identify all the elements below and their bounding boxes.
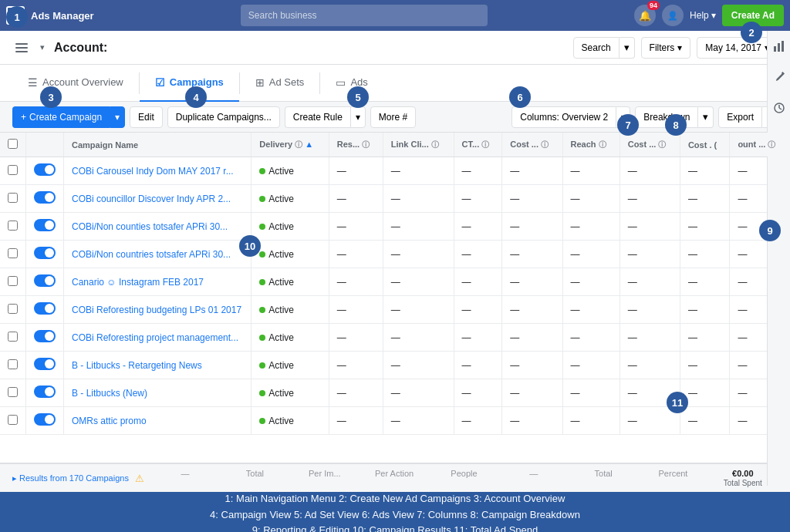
status-dot <box>259 224 265 230</box>
row-campaign-name[interactable]: COBi councillor Discover Indy APR 2... <box>64 185 252 213</box>
campaign-toggle[interactable] <box>34 191 56 204</box>
account-icon-button[interactable]: 👤 <box>662 5 684 26</box>
row-cost-per: — <box>502 352 562 379</box>
tab-ad-sets[interactable]: ⊞ Ad Sets <box>240 65 320 102</box>
table-row: B - Litbucks (New) Active — — — — — — — … <box>0 379 790 407</box>
search-input[interactable] <box>241 5 488 26</box>
row-cost-per: — <box>502 324 562 352</box>
row-cost3: — <box>680 324 729 352</box>
breakdown-dropdown-button[interactable]: ▾ <box>698 106 714 128</box>
create-rule-button[interactable]: Create Rule <box>285 106 350 128</box>
campaigns-toolbar: + Create Campaign ▾ Edit Duplicate Campa… <box>0 102 790 133</box>
amount-spent-info-icon[interactable]: ⓘ <box>768 140 775 149</box>
campaign-toggle[interactable] <box>34 358 56 370</box>
row-campaign-name[interactable]: COBi Reforesting budgeting LPs 01 2017 <box>64 296 252 324</box>
row-reach: — <box>562 407 620 435</box>
tab-account-overview[interactable]: ☰ Account Overview <box>12 65 139 102</box>
row-checkbox[interactable] <box>8 359 18 369</box>
row-campaign-name[interactable]: COBi/Non countries totsafer APRi 30... <box>64 241 252 268</box>
campaign-toggle[interactable] <box>34 274 56 287</box>
tab-campaigns[interactable]: ☑ Campaigns <box>140 65 239 102</box>
row-checkbox[interactable] <box>8 415 18 425</box>
link-clicks-info-icon[interactable]: ⓘ <box>431 140 439 149</box>
more-button[interactable]: More # <box>370 106 416 128</box>
row-campaign-name[interactable]: COBi Reforesting project management... <box>64 324 252 352</box>
row-campaign-name[interactable]: Canario ☺ Instagram FEB 2017 <box>64 268 252 296</box>
row-campaign-name[interactable]: COBi Carousel Indy Dom MAY 2017 r... <box>64 157 252 185</box>
nav-dropdown-arrow[interactable]: ▾ <box>40 42 45 52</box>
row-link-clicks: — <box>383 296 454 324</box>
row-checkbox[interactable] <box>8 221 18 231</box>
tab-ads[interactable]: ▭ Ads <box>320 65 383 102</box>
menu-toggle-button[interactable] <box>12 40 31 56</box>
columns-button[interactable]: Columns: Overview 2 <box>511 106 616 128</box>
row-toggle-cell <box>26 324 64 352</box>
header-delivery[interactable]: Delivery ⓘ▲ <box>252 133 329 157</box>
search-dropdown-button[interactable]: ▾ <box>620 37 635 59</box>
campaign-toggle[interactable] <box>34 219 56 231</box>
row-campaign-name[interactable]: B - Litbucks - Retargeting News <box>64 352 252 379</box>
notifications-button[interactable]: 🔔 94 <box>634 5 656 26</box>
row-checkbox[interactable] <box>8 193 18 203</box>
row-reach: — <box>562 241 620 268</box>
row-checkbox[interactable] <box>8 332 18 342</box>
breakdown-button[interactable]: Breakdown <box>635 106 698 128</box>
svg-rect-1 <box>778 43 780 52</box>
row-checkbox[interactable] <box>8 165 18 175</box>
row-reach: — <box>562 157 620 185</box>
campaign-toggle[interactable] <box>34 247 56 259</box>
caption-text: 1: Main Navigation Menu 2: Create New Ad… <box>210 491 580 532</box>
row-campaign-name[interactable]: B - Litbucks (New) <box>64 379 252 407</box>
row-cost-per: — <box>502 407 562 435</box>
row-checkbox-cell <box>0 157 26 185</box>
delivery-info-icon[interactable]: ⓘ <box>295 140 302 149</box>
row-ctr: — <box>454 268 502 296</box>
create-ad-button[interactable]: Create Ad <box>722 5 784 26</box>
row-campaign-name[interactable]: OMRs attic promo <box>64 407 252 435</box>
create-campaign-dropdown-button[interactable]: ▾ <box>110 106 125 128</box>
clock-panel-button[interactable] <box>770 99 788 117</box>
app-title: Ads Manager <box>31 10 94 22</box>
row-cost-per: — <box>502 157 562 185</box>
row-checkbox[interactable] <box>8 276 18 286</box>
row-campaign-name[interactable]: COBi/Non counties totsafer APRi 30... <box>64 213 252 241</box>
campaign-toggle[interactable] <box>34 413 56 426</box>
edit-panel-button[interactable] <box>770 68 788 86</box>
cost2-info-icon[interactable]: ⓘ <box>658 140 666 149</box>
cost-per-result-info-icon[interactable]: ⓘ <box>541 140 549 149</box>
row-checkbox[interactable] <box>8 304 18 314</box>
row-checkbox[interactable] <box>8 248 18 258</box>
campaign-toggle[interactable] <box>34 302 56 315</box>
table-row: Canario ☺ Instagram FEB 2017 Active — — … <box>0 268 790 296</box>
date-range-button[interactable]: May 14, 2017 ▾ <box>697 37 778 59</box>
campaign-toggle[interactable] <box>34 330 56 342</box>
help-button[interactable]: Help ▾ <box>690 10 716 21</box>
row-checkbox[interactable] <box>8 387 18 397</box>
filters-button[interactable]: Filters ▾ <box>641 37 691 59</box>
campaign-toggle[interactable] <box>34 163 56 176</box>
footer-per-action: Per Action <box>360 469 429 487</box>
row-cost-per: — <box>502 185 562 213</box>
campaign-toggle[interactable] <box>34 386 56 398</box>
row-toggle-cell <box>26 157 64 185</box>
create-rule-dropdown-button[interactable]: ▾ <box>350 106 366 128</box>
columns-dropdown-button[interactable]: ▾ <box>616 106 630 128</box>
export-button[interactable]: Export <box>718 106 762 128</box>
facebook-logo: f <box>6 6 25 25</box>
row-cost3: — <box>680 296 729 324</box>
duplicate-campaigns-button[interactable]: Duplicate Campaigns... <box>167 106 280 128</box>
select-all-checkbox[interactable] <box>8 139 18 149</box>
reach-info-icon[interactable]: ⓘ <box>599 140 606 149</box>
header-cost2: Cost ... ⓘ <box>620 133 680 157</box>
plus-icon: + <box>21 112 26 123</box>
results-info-icon[interactable]: ⓘ <box>362 140 370 149</box>
create-campaign-button[interactable]: + Create Campaign <box>12 106 110 128</box>
table-row: COBi Reforesting budgeting LPs 01 2017 A… <box>0 296 790 324</box>
edit-button[interactable]: Edit <box>130 106 163 128</box>
chart-panel-button[interactable] <box>770 37 788 56</box>
expand-results-button[interactable]: ▸ Results from 170 Campaigns <box>12 473 129 483</box>
row-cost-per: — <box>502 241 562 268</box>
search-button[interactable]: Search <box>573 37 620 59</box>
ctr-info-icon[interactable]: ⓘ <box>481 140 489 149</box>
footer-total-2: Total <box>569 469 638 487</box>
